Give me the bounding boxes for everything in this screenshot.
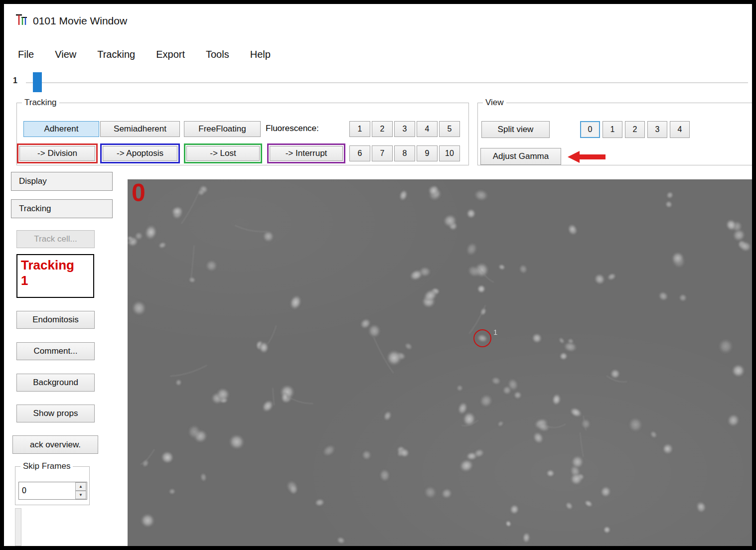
tracked-cell-label: 1 (493, 328, 497, 336)
interrupt-annotation-box: -> Interrupt (267, 143, 345, 163)
menu-item-view[interactable]: View (54, 48, 77, 61)
fluorescence-button-10[interactable]: 10 (439, 145, 460, 161)
menu-item-help[interactable]: Help (249, 48, 272, 61)
view-index-button-1[interactable]: 1 (603, 121, 622, 138)
division-button[interactable]: -> Division (19, 146, 95, 161)
track-overview-button[interactable]: ack overview. (12, 435, 98, 454)
skip-frames-groupbox: Skip Frames ▲ ▼ (15, 466, 90, 505)
menubar: File View Tracking Export Tools Help (17, 46, 272, 63)
titlebar: 0101 Movie Window (15, 12, 127, 30)
freefloating-button[interactable]: FreeFloating (184, 121, 261, 137)
spinner-down-icon[interactable]: ▼ (75, 491, 86, 499)
fluorescence-button-6[interactable]: 6 (349, 145, 370, 161)
view-groupbox: View Split view 0 1 2 3 4 Adjust Gamma (477, 103, 752, 165)
apoptosis-button[interactable]: -> Apoptosis (103, 146, 177, 161)
slider-position-label: 1 (13, 76, 17, 85)
tracking-status-box: Tracking 1 (16, 254, 94, 298)
fluorescence-button-7[interactable]: 7 (372, 145, 393, 161)
tracking-status-line1: Tracking (21, 258, 90, 273)
lost-button[interactable]: -> Lost (186, 146, 260, 161)
tracked-cell-marker (473, 329, 491, 347)
frame-slider: 1 (13, 71, 750, 94)
fluorescence-button-9[interactable]: 9 (417, 145, 438, 161)
lost-annotation-box: -> Lost (184, 143, 262, 163)
fluorescence-button-1[interactable]: 1 (349, 121, 370, 137)
show-props-button[interactable]: Show props (16, 405, 95, 422)
comment-button[interactable]: Comment... (16, 342, 95, 360)
app-icon (15, 13, 27, 29)
menu-item-tracking[interactable]: Tracking (96, 48, 136, 61)
red-arrow-icon (568, 151, 605, 163)
skip-frames-label: Skip Frames (20, 461, 73, 471)
fluorescence-button-4[interactable]: 4 (417, 121, 438, 137)
view-index-button-0[interactable]: 0 (580, 121, 600, 138)
menu-item-file[interactable]: File (17, 48, 35, 61)
tracking-status-line2: 1 (21, 273, 90, 288)
semiadherent-button[interactable]: Semiadherent (100, 121, 180, 137)
split-view-button[interactable]: Split view (481, 121, 550, 138)
frame-index-label: 0 (132, 179, 146, 207)
movie-window: 0101 Movie Window File View Tracking Exp… (0, 0, 756, 550)
interrupt-button[interactable]: -> Interrupt (270, 146, 343, 161)
fluorescence-label: Fluorescence: (266, 124, 319, 134)
fluorescence-button-3[interactable]: 3 (394, 121, 415, 137)
tracking-groupbox-label: Tracking (22, 98, 59, 108)
movie-canvas[interactable]: 0 1 (128, 179, 752, 546)
track-cell-button[interactable]: Track cell... (16, 230, 95, 248)
menu-item-export[interactable]: Export (155, 48, 186, 61)
skip-frames-spinner: ▲ ▼ (18, 482, 87, 500)
fluorescence-button-2[interactable]: 2 (372, 121, 393, 137)
slider-groove[interactable] (26, 82, 748, 83)
tab-display[interactable]: Display (11, 172, 113, 191)
view-index-button-4[interactable]: 4 (670, 121, 690, 138)
apoptosis-annotation-box: -> Apoptosis (100, 143, 180, 163)
fluorescence-button-5[interactable]: 5 (439, 121, 460, 137)
view-groupbox-label: View (483, 98, 506, 108)
adherent-button[interactable]: Adherent (23, 121, 99, 137)
window-title: 0101 Movie Window (33, 15, 127, 27)
background-button[interactable]: Background (16, 374, 95, 392)
view-index-button-2[interactable]: 2 (625, 121, 645, 138)
tab-tracking[interactable]: Tracking (11, 199, 113, 218)
tracking-groupbox: Tracking Adherent Semiadherent FreeFloat… (16, 103, 469, 165)
microscopy-cells (128, 179, 752, 546)
spinner-up-icon[interactable]: ▲ (75, 482, 86, 491)
slider-handle[interactable] (33, 72, 42, 92)
adjust-gamma-button[interactable]: Adjust Gamma (480, 148, 561, 165)
view-index-button-3[interactable]: 3 (647, 121, 667, 138)
division-annotation-box: -> Division (17, 143, 98, 163)
sidebar-scrollbar[interactable] (15, 508, 21, 546)
menu-item-tools[interactable]: Tools (205, 48, 230, 61)
fluorescence-button-8[interactable]: 8 (394, 145, 415, 161)
endomitosis-button[interactable]: Endomitosis (16, 311, 95, 329)
